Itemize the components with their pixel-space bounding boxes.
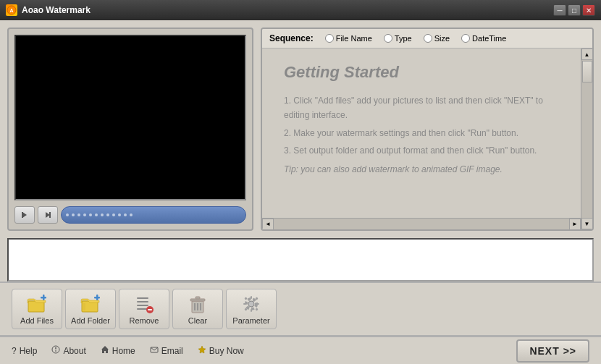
radio-filename-circle (325, 34, 334, 43)
title-bar: A Aoao Watermark ─ □ ✕ (0, 0, 601, 20)
next-button[interactable]: NEXT >> (516, 339, 589, 363)
sequence-label: Sequence: (269, 33, 314, 43)
step1-text: 1. Click "Add files" add your pictures t… (284, 93, 559, 123)
sequence-bar: Sequence: File Name Type Size DateTime (262, 29, 592, 48)
title-bar-left: A Aoao Watermark (6, 4, 91, 16)
step3-text: 3. Set output folder and output format a… (284, 143, 559, 158)
add-files-button[interactable]: Add Files (12, 289, 62, 329)
radio-datetime[interactable]: DateTime (461, 34, 506, 43)
about-label: About (63, 346, 85, 356)
svg-text:A: A (9, 8, 13, 13)
svg-rect-27 (251, 296, 252, 299)
radio-type[interactable]: Type (384, 34, 412, 43)
maximize-button[interactable]: □ (568, 4, 581, 16)
info-wrapper: Getting Started 1. Click "Add files" add… (262, 48, 592, 229)
v-scrollbar: ▲ ▼ (581, 48, 592, 229)
parameter-button[interactable]: Parameter (226, 289, 277, 329)
add-folder-button[interactable]: Add Folder (65, 289, 116, 329)
parameter-icon (241, 294, 261, 314)
info-main: Getting Started 1. Click "Add files" add… (262, 48, 581, 229)
remove-button[interactable]: Remove (119, 289, 169, 329)
svg-rect-14 (137, 301, 148, 302)
h-scroll-track (274, 219, 569, 230)
h-scroll-left[interactable]: ◄ (262, 219, 274, 230)
close-button[interactable]: ✕ (582, 4, 595, 16)
main-content: Sequence: File Name Type Size DateTime (0, 20, 601, 364)
getting-started-title: Getting Started (284, 63, 559, 82)
about-link[interactable]: About (51, 345, 85, 356)
svg-rect-5 (49, 212, 51, 218)
svg-rect-30 (256, 303, 259, 305)
svg-rect-31 (244, 297, 247, 300)
add-folder-icon (80, 294, 101, 314)
radio-datetime-circle (461, 34, 470, 43)
svg-rect-3 (22, 212, 23, 218)
scroll-track (581, 60, 593, 218)
email-link[interactable]: Email (150, 345, 183, 356)
home-link[interactable]: Home (101, 345, 135, 356)
remove-icon (134, 294, 154, 314)
add-folder-label: Add Folder (71, 316, 110, 325)
svg-marker-40 (198, 346, 206, 353)
title-text: Aoao Watermark (22, 5, 91, 15)
step2-text: 2. Make your watermark settings and then… (284, 126, 559, 140)
buynow-link[interactable]: Buy Now (198, 345, 244, 356)
remove-label: Remove (130, 316, 159, 325)
minimize-button[interactable]: ─ (553, 4, 566, 16)
svg-rect-11 (96, 295, 98, 300)
prev-button[interactable] (14, 206, 35, 224)
preview-panel (7, 27, 253, 231)
file-list-area (7, 238, 594, 282)
svg-rect-28 (251, 309, 252, 312)
svg-rect-12 (83, 303, 85, 310)
scroll-down-arrow[interactable]: ▼ (581, 218, 593, 229)
svg-rect-18 (148, 309, 152, 310)
clear-label: Clear (188, 316, 207, 325)
getting-started-steps: 1. Click "Add files" add your pictures t… (284, 93, 559, 158)
svg-rect-37 (56, 350, 56, 352)
preview-controls (14, 206, 246, 224)
help-label: Help (20, 346, 38, 356)
svg-rect-21 (196, 297, 200, 299)
preview-video (14, 35, 246, 200)
parameter-label: Parameter (232, 316, 269, 325)
svg-point-36 (55, 347, 56, 349)
home-label: Home (112, 346, 135, 356)
svg-rect-8 (43, 295, 45, 300)
scroll-up-arrow[interactable]: ▲ (581, 48, 593, 60)
h-scrollbar[interactable]: ◄ ► (262, 218, 581, 229)
radio-type-circle (384, 34, 392, 43)
toolbar: Add Files Add Folder (0, 282, 601, 337)
clear-icon (188, 294, 208, 314)
add-files-icon (27, 294, 47, 314)
clear-button[interactable]: Clear (172, 289, 223, 329)
email-label: Email (161, 346, 183, 356)
radio-size-circle (424, 34, 432, 43)
svg-marker-38 (101, 346, 109, 353)
radio-filename[interactable]: File Name (325, 34, 372, 43)
progress-bar[interactable] (61, 206, 246, 224)
svg-rect-34 (255, 308, 258, 310)
info-panel: Sequence: File Name Type Size DateTime (261, 27, 594, 231)
buynow-label: Buy Now (209, 346, 244, 356)
scroll-thumb[interactable] (582, 61, 592, 82)
next-button[interactable] (38, 206, 58, 224)
email-icon (150, 345, 159, 356)
radio-size[interactable]: Size (424, 34, 450, 43)
tip-text: Tip: you can also add watermark to anima… (284, 164, 559, 174)
help-link[interactable]: ? Help (12, 346, 37, 356)
home-icon (101, 345, 109, 356)
help-icon: ? (12, 346, 17, 356)
title-bar-buttons: ─ □ ✕ (553, 4, 595, 16)
bottom-links: ? Help About Hom (12, 345, 244, 356)
svg-rect-13 (137, 297, 148, 299)
add-files-label: Add Files (20, 316, 54, 325)
top-section: Sequence: File Name Type Size DateTime (0, 20, 601, 238)
info-content: Getting Started 1. Click "Add files" add… (262, 48, 581, 218)
app-icon: A (6, 4, 17, 16)
about-icon (51, 345, 60, 356)
bottom-bar: ? Help About Hom (0, 337, 601, 364)
svg-rect-29 (243, 303, 246, 305)
h-scroll-right[interactable]: ► (569, 219, 581, 230)
svg-rect-15 (137, 305, 148, 306)
